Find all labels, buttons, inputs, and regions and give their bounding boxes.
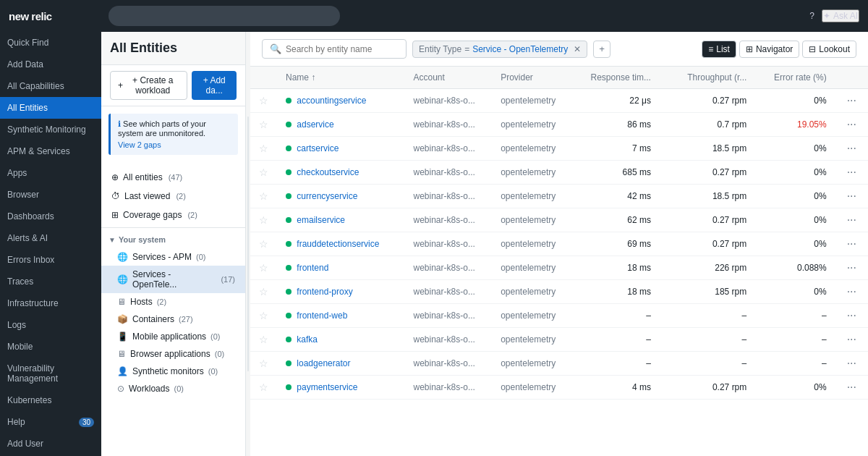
add-data-button[interactable]: + Add da... [192,71,237,100]
service-link[interactable]: emailservice [297,215,345,225]
your-system-header[interactable]: ▼ Your system [101,231,245,248]
star-button[interactable]: ☆ [259,95,268,106]
service-link[interactable]: currencyservice [297,191,357,201]
nav-last-viewed[interactable]: ⏱ Last viewed (2) [101,187,245,206]
nav-synthetic-monitors[interactable]: 👤 Synthetic monitors (0) [101,363,245,380]
mobile-apps-label: Mobile applications [132,332,206,342]
account-cell: webinar-k8s-o... [405,89,493,113]
service-link[interactable]: loadgenerator [297,358,350,368]
error-cell: 0% [755,376,835,400]
star-button[interactable]: ☆ [259,334,268,345]
row-more-button[interactable]: ··· [844,214,859,227]
row-more-button[interactable]: ··· [844,94,859,107]
clock-icon: ⏱ [111,191,120,201]
topbar-actions: ? ✦ Ask AI [809,9,859,22]
filter-chip[interactable]: Entity Type = Service - OpenTelemetry ✕ [412,41,587,58]
service-link[interactable]: cartservice [297,143,339,153]
sidebar-item-mobile[interactable]: Mobile [0,336,101,358]
global-search-input[interactable] [109,6,340,26]
service-link[interactable]: paymentservice [297,382,357,392]
service-link[interactable]: adservice [297,119,333,130]
nav-mobile-apps[interactable]: 📱 Mobile applications (0) [101,328,245,345]
col-name-header[interactable]: Name ↑ [277,67,405,89]
nav-browser-apps[interactable]: 🖥 Browser applications (0) [101,345,245,363]
nav-services-otel[interactable]: 🌐 Services - OpenTele... (17) [101,266,245,293]
list-view-button[interactable]: ≡ List [702,41,736,58]
sidebar-item-errors-inbox[interactable]: Errors Inbox [0,249,101,271]
sidebar-item-vulnerability[interactable]: Vulnerability Management [0,358,101,389]
star-button[interactable]: ☆ [259,166,268,178]
star-button[interactable]: ☆ [259,358,268,369]
ask-ai-button[interactable]: ✦ Ask AI [822,9,859,22]
sidebar-item-add-user[interactable]: Add User [0,433,101,455]
service-link[interactable]: frontend [297,263,328,273]
response-cell: 62 ms [572,208,660,232]
row-more-button[interactable]: ··· [844,118,859,131]
sidebar-item-all-entities[interactable]: All Entities [0,97,101,119]
nav-containers[interactable]: 📦 Containers (27) [101,311,245,328]
col-throughput-header[interactable]: Throughput (r... [660,67,755,89]
sidebar-item-quick-find[interactable]: Quick Find [0,32,101,54]
sidebar-item-browser[interactable]: Browser [0,184,101,206]
star-button[interactable]: ☆ [259,214,268,226]
star-button[interactable]: ☆ [259,310,268,321]
nav-hosts[interactable]: 🖥 Hosts (2) [101,293,245,311]
service-link[interactable]: frauddetectionservice [297,239,379,249]
sidebar-item-apps[interactable]: Apps [0,162,101,184]
star-button[interactable]: ☆ [259,381,268,393]
all-entities-label: All Entities [7,103,48,113]
row-more-button[interactable]: ··· [844,309,859,322]
containers-icon: 📦 [117,314,128,324]
create-workload-button[interactable]: + + Create a workload [110,71,187,100]
row-more-button[interactable]: ··· [844,333,859,346]
navigator-view-button[interactable]: ⊞ Navigator [739,41,799,58]
sidebar-item-alerts-ai[interactable]: Alerts & AI [0,227,101,249]
col-provider-header[interactable]: Provider [492,67,571,89]
resize-handle[interactable] [246,32,250,456]
nav-services-apm[interactable]: 🌐 Services - APM (0) [101,248,245,266]
sidebar-item-all-capabilities[interactable]: All Capabilities [0,75,101,97]
sidebar-item-synthetic-monitoring[interactable]: Synthetic Monitoring [0,119,101,140]
lookout-view-button[interactable]: ⊟ Lookout [802,41,856,58]
star-button[interactable]: ☆ [259,119,268,130]
row-more-button[interactable]: ··· [844,285,859,298]
nav-all-entities[interactable]: ⊕ All entities (47) [101,168,245,187]
synthetic-monitors-label: Synthetic monitors [132,366,204,376]
col-account-header[interactable]: Account [405,67,493,89]
row-more-button[interactable]: ··· [844,381,859,394]
help-button[interactable]: ? [809,11,814,21]
row-more-button[interactable]: ··· [844,357,859,370]
sidebar-item-dashboards[interactable]: Dashboards [0,206,101,227]
sidebar-item-logs[interactable]: Logs [0,314,101,336]
nav-workloads[interactable]: ⊙ Workloads (0) [101,380,245,397]
sidebar-item-kubernetes[interactable]: Kubernetes [0,389,101,411]
row-more-button[interactable]: ··· [844,190,859,203]
service-link[interactable]: accountingservice [297,96,366,106]
entity-search-input[interactable] [286,44,399,54]
row-more-button[interactable]: ··· [844,142,859,155]
service-link[interactable]: checkoutservice [297,167,359,177]
service-link[interactable]: frontend-web [297,311,347,321]
nav-coverage-gaps[interactable]: ⊞ Coverage gaps (2) [101,206,245,224]
notice-link[interactable]: View 2 gaps [118,140,231,149]
row-more-button[interactable]: ··· [844,261,859,274]
service-link[interactable]: frontend-proxy [297,287,352,297]
star-button[interactable]: ☆ [259,238,268,250]
entity-search-box[interactable]: 🔍 [262,39,407,59]
star-button[interactable]: ☆ [259,190,268,202]
table-row: ☆ accountingservice webinar-k8s-o... ope… [250,89,868,113]
sidebar-item-apm-services[interactable]: APM & Services [0,140,101,162]
sidebar-item-traces[interactable]: Traces [0,271,101,292]
row-more-button[interactable]: ··· [844,237,859,250]
col-error-header[interactable]: Error rate (%) [755,67,835,89]
star-button[interactable]: ☆ [259,262,268,274]
add-filter-button[interactable]: + [593,41,610,58]
col-response-header[interactable]: Response tim... [572,67,660,89]
sidebar-item-add-data[interactable]: Add Data [0,54,101,75]
service-link[interactable]: kafka [297,334,318,345]
sidebar-item-help[interactable]: Help 30 [0,411,101,433]
row-more-button[interactable]: ··· [844,166,859,179]
sidebar-item-infrastructure[interactable]: Infrastructure [0,292,101,314]
star-button[interactable]: ☆ [259,143,268,154]
star-button[interactable]: ☆ [259,286,268,297]
